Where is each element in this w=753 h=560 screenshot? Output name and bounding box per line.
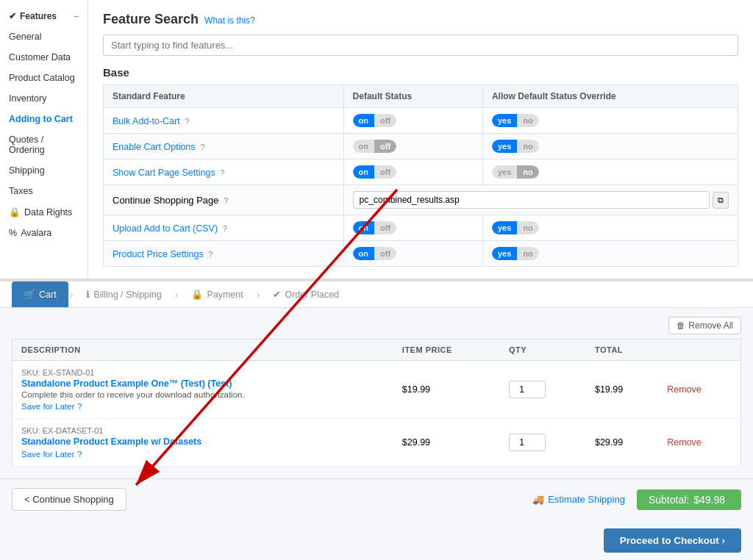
default-status-toggle[interactable]: on off: [353, 221, 397, 234]
override-toggle[interactable]: yes no: [492, 221, 539, 234]
col-qty: QTY: [500, 340, 586, 361]
cart-item-row: SKU: EX-DATASET-01 Standalone Product Ex…: [13, 419, 741, 467]
remove-link[interactable]: Remove: [667, 437, 702, 448]
checkout-row: Proceed to Checkout ›: [0, 520, 753, 560]
col-standard-feature: Standard Feature: [104, 85, 344, 108]
toggle-no-button[interactable]: no: [517, 221, 538, 234]
help-icon[interactable]: ?: [208, 250, 213, 259]
lock-icon: 🔒: [9, 207, 21, 218]
feature-link[interactable]: Enable Cart Options: [113, 142, 196, 152]
feature-link[interactable]: Upload Add to Cart (CSV): [113, 223, 218, 234]
cart-step-cart[interactable]: 🛒 Cart: [12, 281, 68, 307]
toggle-on-button[interactable]: on: [353, 114, 374, 127]
sidebar-item-product-catalog[interactable]: Product Catalog: [0, 68, 88, 88]
footer-right: 🚚 Estimate Shipping Subtotal:$49.98: [532, 489, 741, 510]
toggle-yes-button[interactable]: yes: [492, 114, 517, 127]
sidebar-item-adding-to-cart[interactable]: Adding to Cart: [0, 109, 88, 129]
truck-icon: 🚚: [532, 494, 544, 505]
feature-link[interactable]: Show Cart Page Settings: [113, 168, 215, 178]
help-icon[interactable]: ?: [185, 117, 189, 126]
toggle-on-button[interactable]: on: [353, 221, 374, 234]
sidebar-item-shipping[interactable]: Shipping: [0, 160, 88, 181]
toggle-no-button[interactable]: no: [517, 165, 538, 179]
default-status-toggle[interactable]: on off: [353, 247, 397, 260]
help-icon[interactable]: ?: [200, 143, 204, 151]
what-is-this-link[interactable]: What is this?: [204, 15, 255, 26]
checkout-button[interactable]: Proceed to Checkout ›: [604, 528, 741, 553]
toggle-off-button[interactable]: off: [374, 165, 396, 179]
text-input-cell: ⧉: [353, 191, 729, 209]
percent-icon: %: [9, 228, 17, 238]
cart-footer: < Continue Shopping 🚚 Estimate Shipping …: [0, 478, 753, 520]
toggle-off-button[interactable]: off: [374, 221, 396, 234]
help-icon[interactable]: ?: [224, 196, 228, 205]
product-name-link[interactable]: Standalone Product Example One™ (Test) (…: [21, 378, 232, 389]
step-separator: ›: [174, 289, 180, 301]
toggle-on-button[interactable]: on: [353, 247, 374, 260]
continue-shopping-button[interactable]: < Continue Shopping: [12, 488, 126, 511]
estimate-shipping-link[interactable]: 🚚 Estimate Shipping: [532, 494, 625, 505]
info-icon: ℹ: [86, 289, 90, 300]
cart-table: DESCRIPTION ITEM PRICE QTY TOTAL SKU: EX…: [12, 339, 741, 467]
feature-link[interactable]: Product Price Settings: [113, 249, 204, 259]
remove-link[interactable]: Remove: [667, 384, 702, 395]
default-status-toggle[interactable]: on off: [353, 165, 397, 179]
info-icon[interactable]: ?: [77, 402, 82, 411]
default-status-toggle[interactable]: on off: [353, 114, 397, 127]
sidebar-item-customer-data[interactable]: Customer Data: [0, 47, 88, 68]
info-icon[interactable]: ?: [77, 450, 82, 459]
sidebar-item-quotes-ordering[interactable]: Quotes / Ordering: [0, 129, 88, 160]
toggle-off-button[interactable]: off: [374, 140, 396, 153]
toggle-off-button[interactable]: off: [374, 114, 396, 127]
remove-all-row: 🗑 Remove All: [12, 317, 741, 334]
override-toggle[interactable]: yes no: [492, 140, 539, 153]
sidebar-item-data-rights[interactable]: 🔒 Data Rights: [0, 201, 88, 223]
item-price: $19.99: [393, 361, 500, 419]
sidebar-item-inventory[interactable]: Inventory: [0, 88, 88, 109]
toggle-yes-button[interactable]: yes: [492, 140, 517, 153]
qty-cell: [500, 361, 586, 419]
override-toggle[interactable]: yes no: [492, 247, 539, 260]
table-row: Product Price Settings ? on off yes: [104, 241, 738, 267]
toggle-no-button[interactable]: no: [517, 114, 538, 127]
remove-all-button[interactable]: 🗑 Remove All: [668, 317, 741, 334]
default-status-toggle[interactable]: on off: [353, 140, 397, 153]
override-toggle[interactable]: yes no: [492, 165, 539, 179]
cart-item-description: SKU: EX-STAND-01 Standalone Product Exam…: [13, 361, 393, 419]
toggle-yes-button[interactable]: yes: [492, 165, 517, 179]
qty-input[interactable]: [509, 434, 546, 451]
help-icon[interactable]: ?: [223, 224, 227, 233]
check-icon: ✔: [273, 289, 281, 300]
continue-shopping-input[interactable]: [353, 191, 710, 209]
toggle-on-button[interactable]: on: [353, 165, 374, 179]
feature-link[interactable]: Bulk Add-to-Cart: [113, 116, 180, 126]
sidebar-item-taxes[interactable]: Taxes: [0, 181, 88, 201]
override-toggle[interactable]: yes no: [492, 114, 539, 127]
copy-button[interactable]: ⧉: [713, 192, 729, 209]
qty-input[interactable]: [509, 381, 546, 398]
col-description: DESCRIPTION: [13, 340, 393, 361]
sidebar-item-features[interactable]: ✔ Features –: [0, 6, 88, 26]
product-name-link[interactable]: Standalone Product Example w/ Datasets: [21, 437, 201, 447]
col-item-price: ITEM PRICE: [393, 340, 500, 361]
step-separator: ›: [255, 289, 262, 301]
save-for-later: Save for Later ?: [21, 450, 385, 459]
sidebar-item-avalara[interactable]: % Avalara: [0, 223, 88, 243]
cart-step-payment[interactable]: 🔒 Payment: [179, 281, 254, 307]
save-for-later-link[interactable]: Save for Later: [21, 402, 74, 411]
toggle-yes-button[interactable]: yes: [492, 247, 517, 260]
trash-icon: 🗑: [677, 320, 685, 331]
toggle-no-button[interactable]: no: [517, 247, 538, 260]
toggle-yes-button[interactable]: yes: [492, 221, 517, 234]
cart-step-billing[interactable]: ℹ Billing / Shipping: [74, 281, 173, 307]
save-for-later-link[interactable]: Save for Later: [21, 450, 74, 459]
toggle-on-button[interactable]: on: [353, 140, 374, 153]
toggle-no-button[interactable]: no: [517, 140, 538, 153]
product-sku: SKU: EX-DATASET-01: [21, 426, 385, 435]
feature-search-input[interactable]: [103, 35, 738, 56]
sidebar-item-general[interactable]: General: [0, 26, 88, 47]
qty-cell: [500, 419, 586, 467]
cart-step-order-placed[interactable]: ✔ Order Placed: [261, 281, 351, 307]
toggle-off-button[interactable]: off: [374, 247, 396, 260]
help-icon[interactable]: ?: [220, 168, 224, 177]
